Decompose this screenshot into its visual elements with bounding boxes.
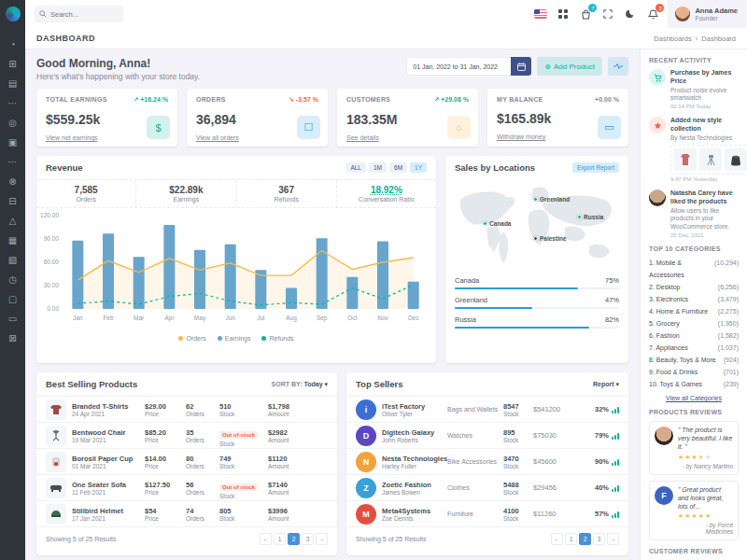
table-row: i iTest FactoryOliver Tyler Bags and Wal… — [346, 396, 628, 422]
product-name[interactable]: One Seater Sofa — [72, 481, 145, 489]
user-menu[interactable]: Anna Adame Founder — [668, 0, 747, 28]
seller-amount: $45600 — [533, 457, 574, 466]
seller-company[interactable]: Zoetic Fashion — [382, 481, 447, 489]
pagination: ← 1 2 3 → — [260, 533, 328, 545]
product-name[interactable]: Bentwood Chair — [72, 428, 145, 437]
map-marker-palestine[interactable]: Palestine — [533, 235, 567, 242]
page-next-button[interactable]: → — [316, 533, 328, 545]
stat-link[interactable]: See details — [346, 134, 379, 141]
language-flag-button[interactable] — [529, 3, 552, 25]
menu-dots-icon[interactable]: ⋯ — [0, 152, 25, 172]
search-input[interactable] — [50, 10, 116, 19]
seller-company[interactable]: Nesta Technologies — [382, 455, 447, 463]
page-1-button[interactable]: 1 — [274, 533, 286, 545]
darkmode-button[interactable] — [619, 3, 641, 25]
table-row: D Digitech GalaxyJohn Roberts Watches 89… — [346, 422, 628, 448]
seller-company[interactable]: Digitech Galaxy — [382, 428, 447, 437]
revenue-stats: 7,585Orders $22.89kEarnings 367Refunds 1… — [36, 179, 436, 208]
page-3-button[interactable]: 3 — [593, 533, 605, 545]
view-all-categories-link[interactable]: View all Categories — [649, 395, 739, 401]
pages-icon[interactable]: ▣ — [0, 133, 25, 152]
page-prev-button[interactable]: ← — [260, 533, 272, 545]
fullscreen-button[interactable] — [597, 3, 619, 25]
charts-icon[interactable]: ▧ — [0, 250, 25, 270]
map-marker-greenland[interactable]: Greenland — [533, 196, 570, 203]
add-product-button[interactable]: ⊕ Add Product — [537, 57, 602, 76]
page-1-button[interactable]: 1 — [565, 533, 577, 545]
breadcrumb-parent[interactable]: Dashboards — [654, 35, 691, 43]
product-name[interactable]: Borosil Paper Cup — [72, 455, 145, 463]
calendar-button[interactable] — [511, 57, 531, 76]
stat-link[interactable]: View all orders — [196, 134, 239, 141]
map-marker-canada[interactable]: Canada — [483, 220, 511, 227]
revenue-orders-value: 7,585 — [36, 185, 135, 195]
cart-button[interactable]: 7 — [574, 3, 597, 25]
revenue-earnings-value: $22.89k — [136, 185, 235, 195]
stat-card-orders: ORDERS↘ -3.57 % 36,894 View all orders ☐ — [187, 89, 328, 147]
page-prev-button[interactable]: ← — [551, 533, 563, 545]
activity-title[interactable]: Purchase by James Price — [670, 69, 739, 86]
seller-category: Bike Accessories — [447, 458, 503, 465]
jacket-thumbnail[interactable] — [674, 148, 697, 171]
seller-company[interactable]: iTest Factory — [382, 402, 447, 411]
date-range-input[interactable] — [406, 57, 511, 76]
seller-company[interactable]: Meta4Systems — [382, 507, 447, 515]
layouts-icon[interactable]: ▤ — [0, 74, 25, 93]
apps-grid-button[interactable] — [552, 3, 574, 25]
report-dropdown[interactable]: Report ▾ — [593, 381, 619, 388]
clock-icon[interactable]: ◷ — [0, 270, 25, 289]
activity-title[interactable]: Natasha Carey have liked the products — [670, 189, 739, 206]
review-author: - by Nancy Martino — [678, 463, 733, 469]
activity-button[interactable] — [608, 57, 628, 76]
page-next-button[interactable]: → — [607, 533, 619, 545]
range-all-button[interactable]: ALL — [345, 162, 366, 173]
stat-link[interactable]: View net earnings — [46, 134, 98, 141]
page-2-button[interactable]: 2 — [579, 533, 591, 545]
apps-icon[interactable]: ⊞ — [0, 54, 25, 74]
components-icon[interactable]: ⊗ — [0, 172, 25, 191]
date-range-picker — [406, 57, 531, 76]
activity-title[interactable]: Added new style collection — [670, 117, 747, 133]
category-row: 7. Appliances(1,037) — [649, 343, 739, 355]
cart-activity-icon — [649, 69, 666, 86]
map-marker-russia[interactable]: Russia — [577, 214, 603, 220]
seller-person: James Bowen — [382, 489, 447, 496]
out-of-stock-badge: Out of stock — [219, 483, 258, 491]
product-name[interactable]: Stillbird Helmet — [72, 507, 145, 515]
widgets-icon[interactable]: ⊟ — [0, 191, 25, 211]
range-1m-button[interactable]: 1M — [369, 162, 387, 173]
page-3-button[interactable]: 3 — [302, 533, 314, 545]
page-2-button[interactable]: 2 — [288, 533, 300, 545]
notifications-button[interactable]: 3 — [641, 3, 664, 25]
tripod-thumbnail[interactable] — [699, 148, 722, 171]
results-count: Showing 5 of 25 Results — [46, 536, 117, 542]
search-box[interactable] — [35, 6, 123, 22]
dashboards-icon[interactable]: ◔ — [0, 35, 25, 54]
boxes-icon[interactable]: ▢ — [0, 289, 25, 309]
range-1y-button[interactable]: 1Y — [410, 162, 427, 173]
authentication-icon[interactable]: ◎ — [0, 113, 25, 133]
shopping-bag-icon: ☐ — [297, 116, 320, 139]
bar-chart-icon — [612, 485, 619, 492]
menu-dots-icon[interactable]: ⋯ — [0, 93, 25, 113]
activity-desc: By Nesta Technologies — [670, 134, 747, 142]
page-title: DASHBOARD — [36, 34, 95, 43]
legend-earnings-label: Earnings — [225, 335, 251, 342]
forms-icon[interactable]: △ — [0, 211, 25, 231]
product-name[interactable]: Branded T-Shirts — [72, 402, 145, 411]
stat-link[interactable]: Withdraw money — [497, 133, 545, 140]
seller-percent: 32% — [595, 405, 609, 413]
app-logo[interactable] — [6, 7, 21, 21]
reviewer-avatar — [655, 427, 673, 445]
logout-icon[interactable]: ⊠ — [0, 329, 25, 348]
revenue-refunds-label: Refunds — [237, 196, 336, 203]
range-6m-button[interactable]: 6M — [389, 162, 407, 173]
category-row: 10. Toys & Games(239) — [649, 379, 739, 391]
bag-thumbnail[interactable] — [725, 148, 747, 171]
revenue-title: Revenue — [46, 162, 83, 173]
export-report-button[interactable]: Export Report — [572, 162, 619, 173]
sort-by[interactable]: SORT BY: Today ▾ — [272, 381, 328, 388]
tables-icon[interactable]: ▦ — [0, 231, 25, 250]
maps-icon[interactable]: ▭ — [0, 309, 25, 329]
revenue-card: Revenue ALL 1M 6M 1Y 7,585Orders $22.89k… — [36, 156, 436, 363]
